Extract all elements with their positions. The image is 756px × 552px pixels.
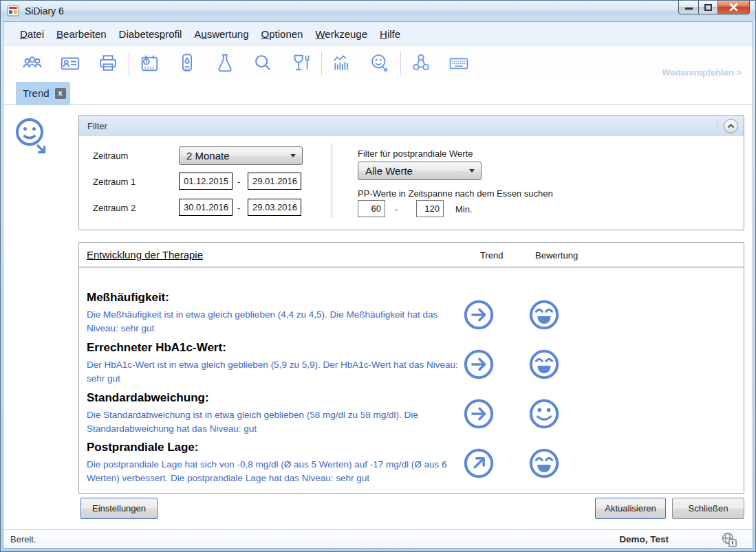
zeitraum2-from-input[interactable] [179,199,233,216]
trend-feature-icon [14,118,49,156]
collapse-panel-button[interactable] [724,119,738,133]
tab-trend-label: Trend [23,87,50,99]
chevron-down-icon [290,154,296,157]
printer-icon[interactable] [98,52,118,75]
filter-header-separator [717,121,717,132]
therapy-row-text: Die postprandiale Lage hat sich von -0,8… [87,458,462,485]
date-range-dash: - [237,203,240,213]
tab-close-icon[interactable]: x [55,88,66,99]
glucose-meter-icon[interactable] [177,52,197,75]
maximize-button[interactable] [699,1,718,14]
tab-trend[interactable]: Trend x [16,82,70,104]
toolbar-separator [400,52,401,75]
zeitraum-label: Zeitraum [93,151,128,161]
therapy-row-title: Errechneter HbA1c-Wert: [87,341,737,355]
pp-range-dash: - [395,204,398,214]
rating-laughing-smiley-icon [528,448,560,479]
therapy-row-text: Die Meßhäufigkeit ist in etwa gleich geb… [87,308,462,335]
id-card-icon[interactable] [60,52,80,75]
pp-filter-label: Filter für postprandiale Werte [358,148,473,159]
zeitraum-selected-value: 2 Monate [186,150,290,162]
food-glass-icon[interactable] [290,52,311,75]
menu-auswertung[interactable]: Auswertung [188,23,255,45]
minimize-button[interactable] [678,1,699,14]
recommend-link[interactable]: Weiterempfehlen > [662,67,742,78]
therapy-row: Errechneter HbA1c-Wert: Der HbA1c-Wert i… [87,341,737,385]
menu-hilfe[interactable]: Hilfe [374,23,407,45]
menu-diabetesprofil[interactable]: Diabetesprofil [113,23,188,45]
zeitraum-select[interactable]: 2 Monate [179,146,303,165]
column-header-bewertung: Bewertung [535,250,578,261]
users-icon[interactable] [22,52,43,75]
pp-unit-label: Min. [455,204,473,214]
rating-laughing-smiley-icon [528,299,560,331]
close-button[interactable] [718,1,750,14]
menu-werkzeuge[interactable]: Werkzeuge [309,23,374,45]
column-header-trend: Trend [480,250,503,261]
therapy-row-title: Standardabweichung: [87,391,737,405]
keyboard-icon[interactable] [449,52,469,75]
app-window: SiDiary 6 Datei Bearbeiten Diabetesprof [0,0,756,552]
filter-vertical-divider [332,144,332,218]
window-controls [678,1,750,14]
trend-arrow-right-icon [463,398,495,430]
zeitraum1-label: Zeitraum 1 [93,177,136,187]
zeitraum1-from-input[interactable] [179,173,233,190]
settings-button[interactable]: Einstellungen [80,498,158,519]
pp-min-input[interactable] [358,200,385,217]
therapy-row: Meßhäufigkeit: Die Meßhäufigkeit ist in … [87,291,737,335]
menu-bearbeiten[interactable]: Bearbeiten [50,23,113,45]
date-range-dash: - [237,177,240,187]
trend-arrow-right-icon [463,349,495,380]
app-logo-icon [7,5,19,17]
current-user-label: Demo, Test [619,534,669,544]
lab-flask-icon[interactable] [215,52,235,75]
rating-laughing-smiley-icon [528,349,560,380]
pp-filter-select[interactable]: Alle Werte [358,162,482,180]
zeitraum2-label: Zeitraum 2 [93,203,136,213]
toolbar-separator [129,52,129,75]
therapy-row-text: Die Standardabweichung ist in etwa gleic… [87,408,462,435]
status-bar: Bereit. Demo, Test [3,529,753,548]
chevron-down-icon [469,169,475,173]
title-bar[interactable]: SiDiary 6 [1,1,755,21]
trend-smiley-icon[interactable] [369,52,390,75]
search-icon[interactable] [252,52,273,75]
pp-range-label: PP-Werte in Zeitspanne nach dem Essen su… [358,188,553,199]
trend-arrow-up-right-icon [463,448,495,479]
toolbar-separator [321,52,322,75]
window-title: SiDiary 6 [25,5,64,16]
filter-title: Filter [87,121,717,131]
trend-arrow-right-icon [463,299,495,331]
filter-panel-header: Filter [79,116,744,136]
toolbar: Weiterempfehlen > [3,46,753,80]
filter-panel: Filter Zeitraum 2 Monate Zeitraum 1 - [78,115,744,230]
therapy-panel: Entwicklung der Therapie Trend Bewertung… [78,242,744,494]
share-icon[interactable] [411,52,431,75]
content-area: Filter Zeitraum 2 Monate Zeitraum 1 - [3,105,753,529]
menu-optionen[interactable]: Optionen [255,23,310,45]
refresh-button[interactable]: Aktualisieren [595,498,666,519]
menu-datei[interactable]: Datei [14,23,50,45]
online-status-icon[interactable] [721,531,737,548]
close-dialog-button[interactable]: Schließen [672,498,744,519]
window-frame: Datei Bearbeiten Diabetesprofil Auswertu… [1,21,755,551]
therapy-panel-header: Entwicklung der Therapie Trend Bewertung [79,243,744,267]
rating-plain-smiley-icon [528,398,560,430]
calendar-clock-icon[interactable] [139,52,160,75]
pp-filter-selected-value: Alle Werte [365,165,469,177]
app-body: Datei Bearbeiten Diabetesprofil Auswertu… [3,21,753,549]
therapy-row: Standardabweichung: Die Standardabweichu… [87,391,737,435]
zeitraum2-to-input[interactable] [248,199,301,216]
zeitraum1-to-input[interactable] [248,173,301,190]
tab-bar: Trend x [3,80,753,105]
therapy-row-title: Meßhäufigkeit: [87,291,737,305]
therapy-row-title: Postprandiale Lage: [87,441,737,454]
menu-bar: Datei Bearbeiten Diabetesprofil Auswertu… [3,22,753,46]
therapy-title: Entwicklung der Therapie [87,249,203,261]
therapy-row: Postprandiale Lage: Die postprandiale La… [87,441,737,485]
status-text: Bereit. [10,534,36,544]
statistics-icon[interactable] [332,52,352,75]
pp-max-input[interactable] [416,200,444,217]
therapy-row-text: Der HbA1c-Wert ist in etwa gleich geblie… [87,358,462,385]
